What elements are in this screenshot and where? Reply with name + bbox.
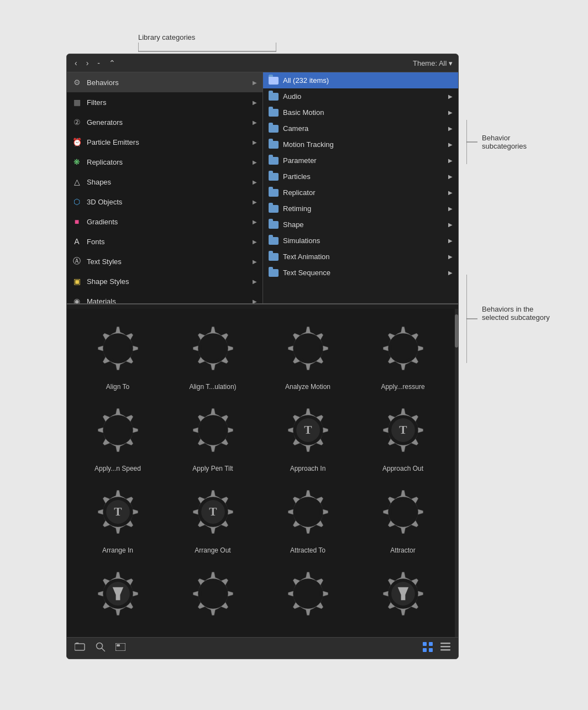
sidebar-item-icon-fonts: A bbox=[71, 236, 82, 247]
subcat-item-label-simulations: Simulations bbox=[283, 236, 320, 245]
sidebar-item-fonts[interactable]: A Fonts ▶ bbox=[67, 232, 262, 251]
preview-button[interactable] bbox=[116, 642, 125, 654]
behavior-item-attractor[interactable]: Attractor bbox=[358, 481, 448, 554]
search-button[interactable] bbox=[96, 642, 106, 654]
svg-point-14 bbox=[201, 418, 225, 442]
subcat-item-audio[interactable]: Audio ▶ bbox=[263, 88, 458, 104]
behavior-item-b1[interactable] bbox=[72, 563, 163, 628]
subcat-arrow-simulations: ▶ bbox=[448, 238, 453, 244]
subcat-item-left: Retiming bbox=[269, 204, 311, 213]
svg-rect-52 bbox=[440, 649, 450, 651]
sidebar-item-3d-objects[interactable]: ⬡ 3D Objects ▶ bbox=[67, 192, 262, 212]
subcat-item-label-replicator: Replicator bbox=[283, 188, 316, 197]
add-button[interactable] bbox=[75, 642, 86, 654]
split-top: ⚙ Behaviors ▶ ▦ Filters ▶ ② Generators ▶… bbox=[67, 72, 458, 304]
updown-button[interactable]: ⌃ bbox=[107, 57, 118, 69]
sidebar-item-particle-emitters[interactable]: ⏰ Particle Emitters ▶ bbox=[67, 132, 262, 152]
forward-button[interactable]: › bbox=[84, 57, 91, 69]
folder-icon-retiming bbox=[269, 205, 279, 213]
subcat-item-text-sequence[interactable]: Text Sequence ▶ bbox=[263, 265, 458, 281]
subcat-item-retiming[interactable]: Retiming ▶ bbox=[263, 201, 458, 217]
subcat-item-left: Particles bbox=[269, 172, 311, 181]
behavior-subcategories-label: Behavior bbox=[482, 134, 527, 142]
subcat-item-left: Simulations bbox=[269, 236, 320, 245]
sidebar-item-label-shapes: Shapes bbox=[87, 178, 111, 186]
folder-icon-replicator bbox=[269, 189, 279, 197]
behavior-label-attractor: Attractor bbox=[390, 546, 415, 554]
behavior-item-arrange-out[interactable]: T Arrange Out bbox=[167, 481, 258, 554]
gear-icon-attracted-to bbox=[277, 481, 338, 542]
sidebar-item-shape-styles[interactable]: ▣ Shape Styles ▶ bbox=[67, 271, 262, 291]
sidebar-item-left: ⏰ Particle Emitters bbox=[71, 136, 139, 148]
sidebar-item-text-styles[interactable]: Ⓐ Text Styles ▶ bbox=[67, 251, 262, 271]
sidebar-item-shapes[interactable]: △ Shapes ▶ bbox=[67, 172, 262, 192]
behavior-item-b4[interactable] bbox=[358, 563, 448, 628]
sidebar-arrow-gradients: ▶ bbox=[253, 219, 257, 225]
svg-point-10 bbox=[391, 336, 415, 360]
behaviors-selected-bracket bbox=[466, 275, 477, 363]
sidebar-item-behaviors[interactable]: ⚙ Behaviors ▶ bbox=[67, 72, 262, 92]
gear-icon-b4 bbox=[372, 563, 433, 624]
behavior-item-arrange-in[interactable]: T Arrange In bbox=[72, 481, 163, 554]
subcategory-bracket bbox=[466, 120, 477, 164]
grid-view-button[interactable] bbox=[423, 642, 433, 654]
subcat-item-replicator[interactable]: Replicator ▶ bbox=[263, 185, 458, 201]
subcat-item-simulations[interactable]: Simulations ▶ bbox=[263, 233, 458, 249]
folder-icon-shape bbox=[269, 221, 279, 229]
behavior-item-apply-n-speed[interactable]: Apply...n Speed bbox=[72, 399, 163, 472]
list-view-button[interactable] bbox=[440, 643, 450, 654]
sidebar-item-gradients[interactable]: ■ Gradients ▶ bbox=[67, 212, 262, 232]
behavior-item-b2[interactable] bbox=[167, 563, 258, 628]
sidebar-item-icon-materials: ◉ bbox=[71, 296, 82, 303]
svg-text:T: T bbox=[209, 505, 217, 518]
behavior-item-apply-pen-tilt[interactable]: Apply Pen Tilt bbox=[167, 399, 258, 472]
behavior-item-approach-out[interactable]: T Approach Out bbox=[358, 399, 448, 472]
subcat-arrow-motion-tracking: ▶ bbox=[448, 141, 453, 148]
subcat-arrow-basic-motion: ▶ bbox=[448, 109, 453, 115]
behavior-item-attracted-to[interactable]: Attracted To bbox=[262, 481, 353, 554]
sidebar-arrow-text-styles: ▶ bbox=[253, 259, 257, 265]
behavior-item-align-to[interactable]: Align To bbox=[72, 318, 163, 391]
sidebar-item-label-replicators: Replicators bbox=[87, 158, 123, 166]
sidebar-item-label-3d-objects: 3D Objects bbox=[87, 198, 122, 206]
gear-icon-align-to bbox=[87, 318, 148, 378]
subcat-item-motion-tracking[interactable]: Motion Tracking ▶ bbox=[263, 136, 458, 152]
behavior-item-apply-ressure[interactable]: Apply...ressure bbox=[358, 318, 448, 391]
behavior-label-analyze-motion: Analyze Motion bbox=[285, 383, 330, 391]
subcat-item-parameter[interactable]: Parameter ▶ bbox=[263, 152, 458, 169]
svg-rect-51 bbox=[440, 646, 450, 648]
behavior-item-approach-in[interactable]: T Approach In bbox=[262, 399, 353, 472]
sidebar-item-icon-gradients: ■ bbox=[71, 216, 82, 227]
sidebar-item-materials[interactable]: ◉ Materials ▶ bbox=[67, 291, 262, 303]
subcat-item-particles[interactable]: Particles ▶ bbox=[263, 169, 458, 185]
subcat-arrow-parameter: ▶ bbox=[448, 157, 453, 164]
behavior-item-b3[interactable] bbox=[262, 563, 353, 628]
folder-icon-text-animation bbox=[269, 253, 279, 261]
subcat-item-label-camera: Camera bbox=[283, 124, 308, 133]
sidebar-arrow-replicators: ▶ bbox=[253, 159, 257, 165]
behavior-item-analyze-motion[interactable]: Analyze Motion bbox=[262, 318, 353, 391]
subcat-item-text-animation[interactable]: Text Animation ▶ bbox=[263, 249, 458, 265]
gear-icon-arrange-out: T bbox=[182, 481, 243, 542]
subcat-item-all[interactable]: All (232 items) bbox=[263, 72, 458, 88]
theme-selector[interactable]: Theme: All ▾ bbox=[413, 59, 453, 67]
subcat-item-camera[interactable]: Camera ▶ bbox=[263, 120, 458, 136]
scroll-indicator[interactable] bbox=[455, 309, 458, 637]
subcat-item-left: Replicator bbox=[269, 188, 316, 197]
subcat-item-shape[interactable]: Shape ▶ bbox=[263, 217, 458, 233]
sidebar-item-filters[interactable]: ▦ Filters ▶ bbox=[67, 92, 262, 112]
sidebar: ⚙ Behaviors ▶ ▦ Filters ▶ ② Generators ▶… bbox=[67, 72, 263, 303]
sidebar-item-replicators[interactable]: ❋ Replicators ▶ bbox=[67, 152, 262, 172]
sidebar-item-left: ⬡ 3D Objects bbox=[71, 196, 122, 207]
behavior-label-align-to: Align To bbox=[106, 383, 129, 391]
back-button[interactable]: ‹ bbox=[72, 57, 80, 69]
subcat-item-left: Shape bbox=[269, 220, 304, 229]
subcat-item-basic-motion[interactable]: Basic Motion ▶ bbox=[263, 104, 458, 120]
behavior-label-attracted-to: Attracted To bbox=[290, 546, 326, 554]
sidebar-item-icon-shape-styles: ▣ bbox=[71, 276, 82, 287]
behavior-item-align-t-ulation[interactable]: Align T...ulation) bbox=[167, 318, 258, 391]
sidebar-arrow-3d-objects: ▶ bbox=[253, 199, 257, 205]
dash-button[interactable]: - bbox=[95, 57, 102, 69]
sidebar-item-generators[interactable]: ② Generators ▶ bbox=[67, 112, 262, 132]
folder-icon-text-sequence bbox=[269, 269, 279, 277]
